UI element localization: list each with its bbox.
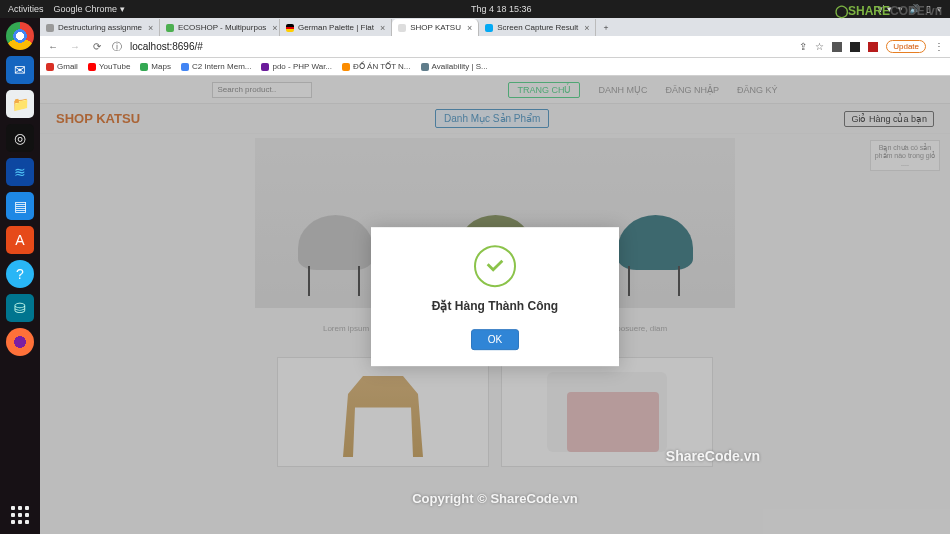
success-check-icon xyxy=(474,245,516,287)
close-icon[interactable]: × xyxy=(272,23,277,33)
browser-menu-icon[interactable]: ⋮ xyxy=(934,41,944,52)
bookmark-pdo[interactable]: pdo - PHP War... xyxy=(261,62,332,71)
page-viewport: TRANG CHỦ DANH MỤC ĐĂNG NHẬP ĐĂNG KÝ SHO… xyxy=(40,76,950,534)
ok-button[interactable]: OK xyxy=(471,329,519,350)
bookmark-doan[interactable]: ĐỒ ÁN TỐT N... xyxy=(342,62,411,71)
update-button[interactable]: Update xyxy=(886,40,926,53)
help-icon[interactable]: ? xyxy=(6,260,34,288)
dock: ✉ 📁 ◎ ≋ ▤ A ? ⛁ xyxy=(0,18,40,534)
close-icon[interactable]: × xyxy=(467,23,472,33)
bookmark-youtube[interactable]: YouTube xyxy=(88,62,130,71)
files-icon[interactable]: 📁 xyxy=(6,90,34,118)
bookmark-maps[interactable]: Maps xyxy=(140,62,171,71)
tab-german-palette[interactable]: German Palette | Flat × xyxy=(280,19,392,36)
address-bar: ← → ⟳ ⓘ localhost:8696/# ⇪ ☆ Update ⋮ xyxy=(40,36,950,58)
extensions-icon[interactable] xyxy=(832,42,842,52)
bookmark-c2[interactable]: C2 Intern Mem... xyxy=(181,62,252,71)
reload-button[interactable]: ⟳ xyxy=(90,41,104,52)
thunderbird-icon[interactable]: ✉ xyxy=(6,56,34,84)
clock[interactable]: Thg 4 18 15:36 xyxy=(125,4,878,14)
activities-button[interactable]: Activities xyxy=(8,4,44,14)
ext-icon-1[interactable] xyxy=(850,42,860,52)
vscode-icon[interactable]: ≋ xyxy=(6,158,34,186)
libreoffice-icon[interactable]: ▤ xyxy=(6,192,34,220)
bookmark-star-icon[interactable]: ☆ xyxy=(815,41,824,52)
url-field[interactable]: localhost:8696/# xyxy=(130,41,791,52)
site-info-icon[interactable]: ⓘ xyxy=(112,40,122,54)
obs-icon[interactable]: ◎ xyxy=(6,124,34,152)
tab-strip: Destructuring assignme× ECOSHOP - Multip… xyxy=(40,18,950,36)
bookmark-availability[interactable]: Availability | S... xyxy=(421,62,488,71)
close-icon[interactable]: × xyxy=(148,23,153,33)
sharecode-logo: ◯SHARECODE.vn xyxy=(835,4,942,18)
mysql-icon[interactable]: ⛁ xyxy=(6,294,34,322)
share-icon[interactable]: ⇪ xyxy=(799,41,807,52)
modal-title: Đặt Hàng Thành Công xyxy=(387,299,603,313)
tab-shop-katsu[interactable]: SHOP KATSU× xyxy=(392,19,479,36)
browser-window: ◯SHARECODE.vn Destructuring assignme× EC… xyxy=(40,18,950,534)
bookmark-gmail[interactable]: Gmail xyxy=(46,62,78,71)
success-modal: Đặt Hàng Thành Công OK xyxy=(371,227,619,366)
back-button[interactable]: ← xyxy=(46,41,60,52)
forward-button[interactable]: → xyxy=(68,41,82,52)
current-app-menu[interactable]: Google Chrome ▾ xyxy=(54,4,125,14)
chrome-icon[interactable] xyxy=(6,22,34,50)
firefox-icon[interactable] xyxy=(6,328,34,356)
os-topbar: Activities Google Chrome ▾ Thg 4 18 15:3… xyxy=(0,0,950,18)
tab-ecoshop[interactable]: ECOSHOP - Multipurpos× xyxy=(160,19,280,36)
tab-screen-capture[interactable]: Screen Capture Result× xyxy=(479,19,596,36)
close-icon[interactable]: × xyxy=(380,23,385,33)
ext-icon-2[interactable] xyxy=(868,42,878,52)
software-icon[interactable]: A xyxy=(6,226,34,254)
close-icon[interactable]: × xyxy=(584,23,589,33)
tab-destructuring[interactable]: Destructuring assignme× xyxy=(40,19,160,36)
bookmarks-bar: Gmail YouTube Maps C2 Intern Mem... pdo … xyxy=(40,58,950,76)
new-tab-button[interactable]: ＋ xyxy=(596,19,616,36)
show-apps-icon[interactable] xyxy=(9,504,31,526)
